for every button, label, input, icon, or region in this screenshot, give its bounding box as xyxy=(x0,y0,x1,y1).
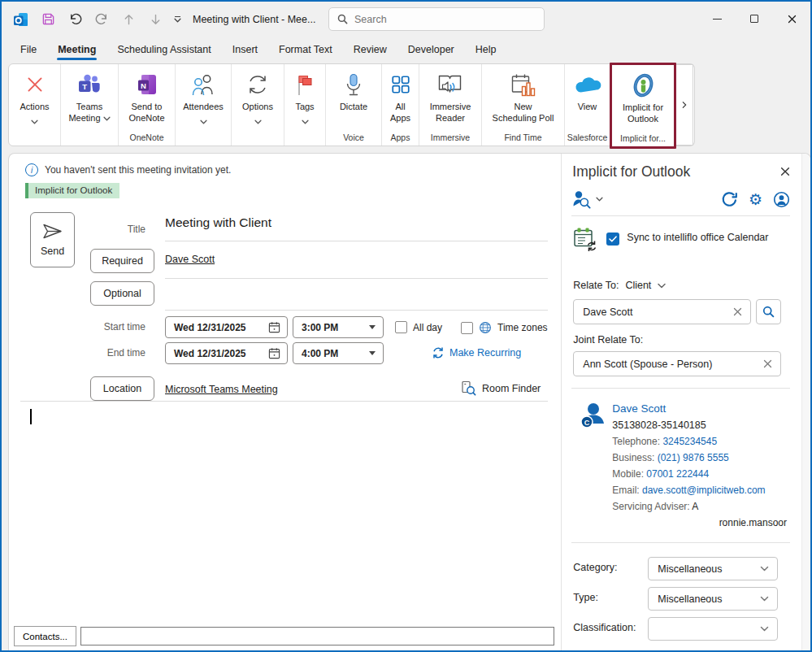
redo-button[interactable] xyxy=(92,9,111,30)
contacts-button[interactable]: Contacts... xyxy=(14,626,76,646)
account-icon[interactable] xyxy=(773,191,790,208)
ribbon-button-implicit-for-outlook[interactable]: Implicit for Outlook Implicit for... xyxy=(610,63,676,149)
implicit-panel: Implicit for Outlook ⚙ xyxy=(561,154,801,650)
relate-to-selector[interactable]: Relate To: Client xyxy=(573,280,666,291)
search-input[interactable] xyxy=(354,14,517,25)
clear-icon[interactable] xyxy=(763,359,780,368)
text-cursor xyxy=(30,409,32,424)
tab-review[interactable]: Review xyxy=(345,38,396,63)
ribbon-button-teams-meeting[interactable]: T Teams Meeting xyxy=(61,64,119,146)
calendar-sync-icon xyxy=(573,227,598,251)
contact-search-menu-button[interactable] xyxy=(571,189,603,209)
time-zones-checkbox[interactable]: Time zones xyxy=(461,321,548,334)
implicit-icon xyxy=(632,71,654,100)
flag-icon xyxy=(295,70,315,99)
room-finder-icon xyxy=(461,380,476,396)
ribbon-more-button[interactable] xyxy=(675,64,693,146)
start-time-select[interactable]: 3:00 PM xyxy=(293,316,384,338)
send-button[interactable]: Send xyxy=(30,212,75,267)
location-button[interactable]: Location xyxy=(90,376,154,401)
clear-icon[interactable] xyxy=(733,307,750,316)
panel-scrollbar[interactable] xyxy=(801,154,810,650)
outlook-app-icon xyxy=(11,9,31,30)
tab-file[interactable]: File xyxy=(11,38,46,63)
make-recurring-link[interactable]: Make Recurring xyxy=(432,346,521,359)
sync-checkbox[interactable] xyxy=(606,233,619,246)
end-time-select[interactable]: 4:00 PM xyxy=(293,342,384,364)
minimize-button[interactable] xyxy=(698,2,736,36)
sync-label: Sync to intelliflo office Calendar xyxy=(627,229,781,246)
mobile-link[interactable]: 07001 222444 xyxy=(646,468,709,480)
contact-mobile: Mobile: 07001 222444 xyxy=(612,466,795,482)
optional-button[interactable]: Optional xyxy=(90,281,154,306)
joint-relate-input[interactable]: Ann Scott (Spouse - Person) xyxy=(573,351,781,376)
save-button[interactable] xyxy=(38,9,58,30)
room-finder-button[interactable]: Room Finder xyxy=(461,380,541,396)
required-recipient[interactable]: Dave Scott xyxy=(165,254,215,265)
meeting-title-value[interactable]: Meeting with Client xyxy=(165,215,271,230)
meeting-body-editor[interactable] xyxy=(11,402,559,621)
svg-text:T: T xyxy=(82,82,87,91)
contact-name-link[interactable]: Dave Scott xyxy=(612,401,795,417)
ribbon-button-all-apps[interactable]: All Apps Apps xyxy=(382,64,419,146)
contact-search-button[interactable] xyxy=(756,299,781,324)
contact-email: Email: dave.scott@implicitweb.com xyxy=(612,482,795,498)
undo-button[interactable] xyxy=(65,9,85,30)
category-select[interactable]: Miscellaneous xyxy=(648,557,778,580)
search-box[interactable] xyxy=(328,7,545,31)
type-row: Type: Miscellaneous xyxy=(562,587,801,611)
chevron-down-icon xyxy=(302,113,309,128)
business-link[interactable]: (021) 9876 5555 xyxy=(658,452,729,463)
ribbon-button-attendees[interactable]: Attendees xyxy=(176,64,232,146)
relate-to-value: Client xyxy=(625,280,651,291)
contacts-input[interactable] xyxy=(80,627,554,645)
panel-close-icon[interactable] xyxy=(780,167,790,179)
ribbon-button-send-to-onenote[interactable]: N Send to OneNote OneNote xyxy=(119,64,176,146)
customize-quick-access-icon[interactable] xyxy=(174,16,181,23)
type-select[interactable]: Miscellaneous xyxy=(648,587,778,611)
info-bar: i You haven't sent this meeting invitati… xyxy=(25,163,231,176)
ribbon-button-salesforce-view[interactable]: View Salesforce xyxy=(565,64,610,146)
tab-help[interactable]: Help xyxy=(467,38,506,63)
svg-text:C: C xyxy=(584,419,590,427)
chevron-down-icon xyxy=(760,566,777,572)
location-link[interactable]: Microsoft Teams Meeting xyxy=(165,384,278,395)
ribbon-button-new-scheduling-poll[interactable]: New Scheduling Poll Find Time xyxy=(482,64,565,146)
move-up-button[interactable] xyxy=(119,9,138,30)
move-down-button[interactable] xyxy=(145,9,165,30)
checkbox-unchecked-icon xyxy=(461,322,473,334)
implicit-addin-badge: Implicit for Outlook xyxy=(25,183,119,198)
dropdown-arrow-icon xyxy=(369,351,376,355)
ribbon-button-tags[interactable]: Tags xyxy=(284,64,326,146)
end-time-label: End time xyxy=(9,347,145,359)
telephone-link[interactable]: 3245234545 xyxy=(662,436,717,447)
chevron-down-icon xyxy=(254,113,262,128)
start-date-input[interactable]: Wed 12/31/2025 xyxy=(165,316,288,338)
tab-scheduling-assistant[interactable]: Scheduling Assistant xyxy=(108,38,219,63)
tab-meeting[interactable]: Meeting xyxy=(49,38,105,63)
panel-title: Implicit for Outlook xyxy=(572,163,690,180)
classification-label: Classification: xyxy=(573,622,636,633)
ribbon-button-immersive-reader[interactable]: Immersive Reader Immersive xyxy=(419,64,482,146)
classification-select[interactable] xyxy=(648,617,778,641)
ribbon: Actions T Teams Meeting N Send to OneNot… xyxy=(2,63,810,151)
ribbon-button-actions[interactable]: Actions xyxy=(9,64,61,146)
settings-gear-icon[interactable]: ⚙ xyxy=(749,192,762,207)
all-day-checkbox[interactable]: All day xyxy=(395,321,442,333)
ribbon-button-options[interactable]: Options xyxy=(232,64,284,146)
servicing-adviser-name: ronnie.mansoor xyxy=(612,515,795,531)
panel-toolbar: ⚙ xyxy=(721,191,790,208)
tab-insert[interactable]: Insert xyxy=(224,38,267,63)
close-button[interactable] xyxy=(773,2,810,36)
chevron-down-icon xyxy=(31,113,38,128)
end-date-input[interactable]: Wed 12/31/2025 xyxy=(165,342,288,364)
ribbon-button-dictate[interactable]: Dictate Voice xyxy=(326,64,382,146)
relate-search-input[interactable]: Dave Scott xyxy=(573,299,751,324)
contact-telephone: Telephone: 3245234545 xyxy=(612,433,795,450)
required-button[interactable]: Required xyxy=(90,249,154,273)
email-link[interactable]: dave.scott@implicitweb.com xyxy=(642,485,766,496)
tab-developer[interactable]: Developer xyxy=(399,38,463,63)
refresh-icon[interactable] xyxy=(721,191,738,208)
maximize-button[interactable] xyxy=(736,2,773,36)
tab-format-text[interactable]: Format Text xyxy=(270,38,341,63)
